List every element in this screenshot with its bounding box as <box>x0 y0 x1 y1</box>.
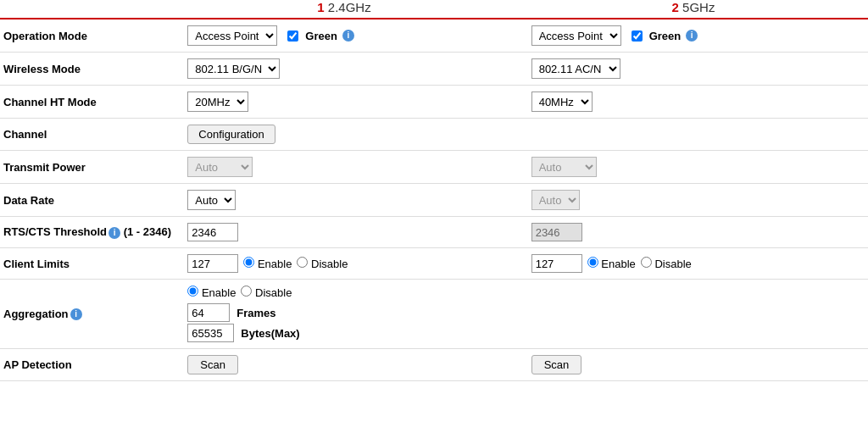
transmit-power-band2: Auto High Medium Low <box>525 151 868 184</box>
aggregation-bytes-row: Bytes(Max) <box>187 324 863 342</box>
operation-mode-band1-select[interactable]: Access Point WDS Repeater <box>187 25 277 46</box>
ap-detection-row: AP Detection Scan Scan <box>0 349 868 381</box>
client-limits-band2-enable-radio[interactable] <box>587 257 598 268</box>
aggregation-bytes-label: Bytes(Max) <box>241 327 299 340</box>
aggregation-disable-label[interactable]: Disable <box>241 286 292 299</box>
wireless-mode-band2-select[interactable]: 802.11 AC/N 802.11 N 802.11 AC <box>531 58 620 79</box>
data-rate-band2-select[interactable]: Auto <box>531 190 580 210</box>
aggregation-frames-row: Frames <box>187 303 863 322</box>
aggregation-frames-label: Frames <box>236 307 275 319</box>
green-checkbox-band2[interactable] <box>632 30 643 42</box>
green-label-band2: Green <box>649 30 682 42</box>
ap-detection-band1: Scan <box>181 349 524 381</box>
channel-ht-mode-row: Channel HT Mode 20MHz 40MHz 80MHz 20MHz … <box>0 86 868 119</box>
band2-number: 2 <box>672 0 679 14</box>
wireless-mode-band1: 802.11 B/G/N 802.11 B 802.11 G 802.11 N <box>181 53 524 86</box>
channel-band1: Configuration <box>181 119 868 151</box>
client-limits-row: Client Limits Enable Disable <box>0 248 868 280</box>
aggregation-enable-radio[interactable] <box>187 286 198 297</box>
client-limits-band1-radio-group: Enable Disable <box>243 257 348 270</box>
client-limits-band2-enable-label[interactable]: Enable <box>587 257 636 270</box>
empty-header-col <box>0 0 170 14</box>
client-limits-band2-radio-group: Enable Disable <box>587 257 692 270</box>
rts-cts-label-text: RTS/CTS Threshold <box>3 225 107 238</box>
settings-table: Operation Mode Access Point WDS Repeater… <box>0 19 868 381</box>
rts-cts-band2 <box>525 217 868 248</box>
operation-mode-band2: Access Point WDS Repeater Green i <box>525 19 868 53</box>
rts-cts-label: RTS/CTS Thresholdi (1 - 2346) <box>0 217 181 248</box>
data-rate-band2: Auto <box>525 184 868 217</box>
transmit-power-band1-select[interactable]: Auto High Medium Low <box>187 157 253 177</box>
client-limits-band2-disable-radio[interactable] <box>641 257 652 268</box>
client-limits-band1-disable-radio[interactable] <box>297 257 308 268</box>
client-limits-band2: Enable Disable <box>525 248 868 280</box>
data-rate-label: Data Rate <box>0 184 181 217</box>
operation-mode-band1: Access Point WDS Repeater Green i <box>181 19 524 53</box>
aggregation-disable-radio[interactable] <box>241 286 252 297</box>
green-info-icon-band2[interactable]: i <box>686 30 698 42</box>
band-header: 1 2.4GHz 2 5GHz <box>0 0 868 19</box>
channel-ht-band2: 20MHz 40MHz 80MHz <box>525 86 868 119</box>
green-checkbox-band1-wrap[interactable]: Green i <box>287 30 354 42</box>
operation-mode-row: Operation Mode Access Point WDS Repeater… <box>0 19 868 53</box>
band2-label: 5GHz <box>682 0 715 14</box>
rts-cts-band1-input[interactable] <box>187 223 238 241</box>
aggregation-enable-label[interactable]: Enable <box>187 286 236 299</box>
green-checkbox-band2-wrap[interactable]: Green i <box>632 30 698 42</box>
wireless-mode-band1-select[interactable]: 802.11 B/G/N 802.11 B 802.11 G 802.11 N <box>187 58 280 79</box>
client-limits-band1-enable-label[interactable]: Enable <box>243 257 292 270</box>
channel-ht-band1-select[interactable]: 20MHz 40MHz 80MHz <box>187 92 248 112</box>
transmit-power-row: Transmit Power Auto High Medium Low Auto… <box>0 151 868 184</box>
band2-header: 2 5GHz <box>519 0 868 14</box>
configuration-button[interactable]: Configuration <box>187 125 275 144</box>
operation-mode-label: Operation Mode <box>0 19 181 53</box>
client-limits-band1-input[interactable] <box>187 254 238 273</box>
rts-cts-band2-input[interactable] <box>531 223 582 241</box>
aggregation-frames-input[interactable] <box>187 303 230 322</box>
channel-label: Channel <box>0 119 181 151</box>
band1-number: 1 <box>317 0 324 14</box>
wireless-mode-band2: 802.11 AC/N 802.11 N 802.11 AC <box>525 53 868 86</box>
ap-detection-label: AP Detection <box>0 349 181 381</box>
aggregation-row: Aggregationi Enable Disable <box>0 280 868 349</box>
band1-label: 2.4GHz <box>328 0 371 14</box>
client-limits-band2-disable-label[interactable]: Disable <box>641 257 692 270</box>
aggregation-label: Aggregationi <box>0 280 181 349</box>
client-limits-band2-input[interactable] <box>531 254 582 273</box>
data-rate-band1: Auto <box>181 184 524 217</box>
aggregation-bytes-input[interactable] <box>187 324 234 342</box>
band1-header: 1 2.4GHz <box>170 0 519 14</box>
transmit-power-band2-select[interactable]: Auto High Medium Low <box>531 157 597 177</box>
green-info-icon-band1[interactable]: i <box>342 30 354 42</box>
wireless-mode-row: Wireless Mode 802.11 B/G/N 802.11 B 802.… <box>0 53 868 86</box>
aggregation-content: Enable Disable Frames Bytes(Max) <box>181 280 868 349</box>
channel-row: Channel Configuration <box>0 119 868 151</box>
operation-mode-band2-select[interactable]: Access Point WDS Repeater <box>531 25 621 46</box>
rts-cts-info-icon[interactable]: i <box>108 227 120 239</box>
data-rate-row: Data Rate Auto Auto <box>0 184 868 217</box>
transmit-power-band1: Auto High Medium Low <box>181 151 524 184</box>
rts-cts-label-suffix: (1 - 2346) <box>120 225 171 238</box>
wireless-mode-label: Wireless Mode <box>0 53 181 86</box>
channel-ht-mode-label: Channel HT Mode <box>0 86 181 119</box>
transmit-power-label: Transmit Power <box>0 151 181 184</box>
client-limits-label: Client Limits <box>0 248 181 280</box>
rts-cts-row: RTS/CTS Thresholdi (1 - 2346) <box>0 217 868 248</box>
rts-cts-band1 <box>181 217 524 248</box>
aggregation-info-icon[interactable]: i <box>70 308 82 320</box>
green-checkbox-band1[interactable] <box>287 30 298 42</box>
ap-detection-band2-scan-button[interactable]: Scan <box>531 355 582 374</box>
ap-detection-band1-scan-button[interactable]: Scan <box>187 355 238 374</box>
client-limits-band1-disable-label[interactable]: Disable <box>297 257 348 270</box>
green-label-band1: Green <box>305 30 337 42</box>
channel-ht-band1: 20MHz 40MHz 80MHz <box>181 86 524 119</box>
data-rate-band1-select[interactable]: Auto <box>187 190 236 210</box>
main-container: 1 2.4GHz 2 5GHz Operation Mode Access Po… <box>0 0 868 381</box>
ap-detection-band2: Scan <box>525 349 868 381</box>
client-limits-band1-enable-radio[interactable] <box>243 257 254 268</box>
channel-ht-band2-select[interactable]: 20MHz 40MHz 80MHz <box>531 92 593 112</box>
client-limits-band1: Enable Disable <box>181 248 524 280</box>
